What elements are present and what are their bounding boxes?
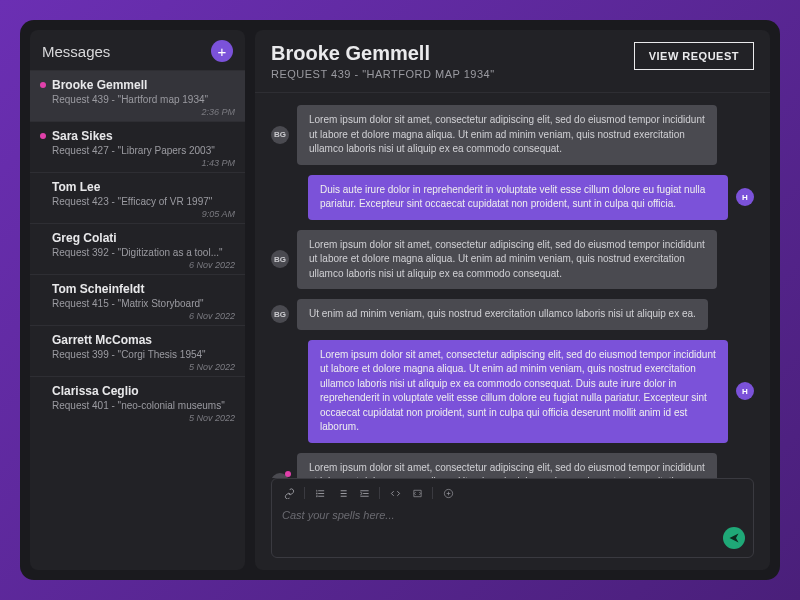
thread-subtitle: Request 415 - "Matrix Storyboard" — [52, 298, 235, 309]
thread-timestamp: 5 Nov 2022 — [40, 413, 235, 423]
thread-item[interactable]: Clarissa CeglioRequest 401 - "neo-coloni… — [30, 376, 245, 427]
thread-timestamp: 1:43 PM — [40, 158, 235, 168]
message-bubble: Lorem ipsum dolor sit amet, consectetur … — [308, 340, 728, 443]
new-message-button[interactable]: + — [211, 40, 233, 62]
compose-input[interactable] — [280, 505, 745, 551]
conversation-subtitle: REQUEST 439 - "HARTFORD MAP 1934" — [271, 68, 495, 80]
thread-item[interactable]: Sara SikesRequest 427 - "Library Papers … — [30, 121, 245, 172]
thread-timestamp: 6 Nov 2022 — [40, 260, 235, 270]
message-row: Duis aute irure dolor in reprehenderit i… — [271, 175, 754, 220]
unordered-list-icon[interactable] — [333, 485, 351, 501]
thread-subtitle: Request 401 - "neo-colonial museums" — [52, 400, 235, 411]
thread-name: Greg Colati — [40, 231, 235, 245]
message-bubble: Lorem ipsum dolor sit amet, consectetur … — [297, 453, 717, 479]
thread-subtitle: Request 423 - "Efficacy of VR 1997" — [52, 196, 235, 207]
embed-icon[interactable] — [408, 485, 426, 501]
ordered-list-icon[interactable] — [311, 485, 329, 501]
unread-dot-icon — [40, 133, 46, 139]
indent-icon[interactable] — [355, 485, 373, 501]
conversation-title: Brooke Gemmell — [271, 42, 495, 65]
app-window: Messages + Brooke GemmellRequest 439 - "… — [20, 20, 780, 580]
add-tool-icon[interactable] — [439, 485, 457, 501]
unread-dot-icon — [40, 82, 46, 88]
message-row: BGLorem ipsum dolor sit amet, consectetu… — [271, 453, 754, 479]
message-row: BGLorem ipsum dolor sit amet, consectetu… — [271, 105, 754, 165]
thread-item[interactable]: Tom ScheinfeldtRequest 415 - "Matrix Sto… — [30, 274, 245, 325]
thread-subtitle: Request 399 - "Corgi Thesis 1954" — [52, 349, 235, 360]
thread-name: Clarissa Ceglio — [40, 384, 235, 398]
avatar: BG — [271, 126, 289, 144]
thread-name: Garrett McComas — [40, 333, 235, 347]
thread-timestamp: 5 Nov 2022 — [40, 362, 235, 372]
sidebar: Messages + Brooke GemmellRequest 439 - "… — [30, 30, 245, 570]
toolbar-divider — [304, 487, 305, 499]
thread-name: Tom Scheinfeldt — [40, 282, 235, 296]
thread-item[interactable]: Tom LeeRequest 423 - "Efficacy of VR 199… — [30, 172, 245, 223]
message-row: BGLorem ipsum dolor sit amet, consectetu… — [271, 230, 754, 290]
thread-timestamp: 6 Nov 2022 — [40, 311, 235, 321]
thread-item[interactable]: Garrett McComasRequest 399 - "Corgi Thes… — [30, 325, 245, 376]
message-bubble: Duis aute irure dolor in reprehenderit i… — [308, 175, 728, 220]
conversation-header: Brooke Gemmell REQUEST 439 - "HARTFORD M… — [255, 30, 770, 93]
toolbar-divider — [379, 487, 380, 499]
thread-timestamp: 9:05 AM — [40, 209, 235, 219]
message-bubble: Lorem ipsum dolor sit amet, consectetur … — [297, 230, 717, 290]
send-button[interactable] — [723, 527, 745, 549]
thread-name: Brooke Gemmell — [40, 78, 235, 92]
send-icon — [728, 532, 740, 544]
thread-timestamp: 2:36 PM — [40, 107, 235, 117]
sidebar-title: Messages — [42, 43, 110, 60]
message-row: Lorem ipsum dolor sit amet, consectetur … — [271, 340, 754, 443]
link-icon[interactable] — [280, 485, 298, 501]
thread-item[interactable]: Brooke GemmellRequest 439 - "Hartford ma… — [30, 70, 245, 121]
thread-subtitle: Request 439 - "Hartford map 1934" — [52, 94, 235, 105]
toolbar-divider — [432, 487, 433, 499]
plus-icon: + — [218, 43, 227, 60]
thread-name: Tom Lee — [40, 180, 235, 194]
message-row: BGUt enim ad minim veniam, quis nostrud … — [271, 299, 754, 330]
message-bubble: Lorem ipsum dolor sit amet, consectetur … — [297, 105, 717, 165]
thread-name: Sara Sikes — [40, 129, 235, 143]
thread-list[interactable]: Brooke GemmellRequest 439 - "Hartford ma… — [30, 70, 245, 570]
sidebar-header: Messages + — [30, 30, 245, 70]
conversation-panel: Brooke Gemmell REQUEST 439 - "HARTFORD M… — [255, 30, 770, 570]
composer — [271, 478, 754, 558]
unread-dot-icon — [285, 471, 291, 477]
thread-subtitle: Request 392 - "Digitization as a tool...… — [52, 247, 235, 258]
view-request-button[interactable]: VIEW REQUEST — [634, 42, 754, 70]
code-icon[interactable] — [386, 485, 404, 501]
avatar: BG — [271, 250, 289, 268]
thread-subtitle: Request 427 - "Library Papers 2003" — [52, 145, 235, 156]
message-list[interactable]: BGLorem ipsum dolor sit amet, consectetu… — [255, 93, 770, 478]
thread-item[interactable]: Greg ColatiRequest 392 - "Digitization a… — [30, 223, 245, 274]
message-bubble: Ut enim ad minim veniam, quis nostrud ex… — [297, 299, 708, 330]
composer-toolbar — [280, 485, 745, 501]
avatar: BG — [271, 305, 289, 323]
avatar: H — [736, 382, 754, 400]
avatar: H — [736, 188, 754, 206]
